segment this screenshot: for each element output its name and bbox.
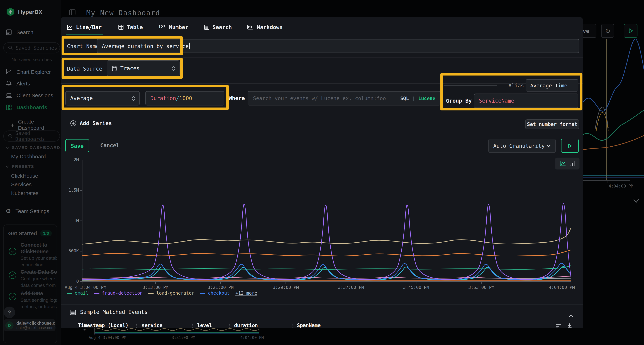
legend-more-link[interactable]: +12 more	[236, 291, 257, 296]
section-presets[interactable]: PRESETS	[5, 164, 34, 169]
laptop-icon	[6, 93, 12, 98]
sidebar-item-label: Team Settings	[16, 208, 49, 214]
column-separator[interactable]	[292, 323, 292, 328]
tab-search[interactable]: Search	[204, 20, 232, 34]
mini-axis-label: 4:04:00 PM	[240, 335, 264, 340]
tab-number[interactable]: 123 Number	[158, 20, 188, 34]
tab-markdown[interactable]: Markdown	[248, 20, 283, 34]
column-separator[interactable]	[229, 323, 230, 328]
legend-label: email	[75, 291, 88, 296]
list-icon	[70, 309, 76, 315]
column-header[interactable]: service	[142, 323, 162, 328]
avatar: D	[5, 321, 14, 330]
chevron-down-icon	[546, 144, 551, 147]
chart-legend: emailfraud-detectionload-generatorchecko…	[67, 291, 257, 296]
column-header[interactable]: SpanName	[297, 323, 321, 328]
column-header[interactable]: Timestamp (Local)	[78, 323, 128, 328]
group-by-input[interactable]: ServiceName	[474, 93, 578, 108]
tab-line-bar[interactable]: Line/Bar	[66, 20, 102, 34]
check-circle-icon	[8, 271, 16, 279]
collapse-section-icon[interactable]	[569, 311, 573, 319]
sidebar-item-dashboards[interactable]: Dashboards	[0, 101, 61, 113]
field-expression-input[interactable]: Duration/1000	[146, 91, 224, 105]
lang-sql-toggle[interactable]: SQL	[400, 95, 409, 101]
where-label: Where	[229, 95, 245, 101]
sidebar-divider	[0, 116, 61, 116]
sidebar-item-search[interactable]: Search	[0, 26, 61, 38]
x-axis-tick-label: 4:04:00 PM	[549, 285, 575, 290]
sidebar-item-label: Alerts	[16, 80, 30, 86]
get-started-item-desc: metrics, or traces	[20, 303, 57, 310]
sidebar-collapse-icon[interactable]	[69, 9, 76, 17]
sidebar-item-client-sessions[interactable]: Client Sessions	[0, 89, 61, 101]
alias-label: Alias	[508, 82, 524, 88]
tabs-divider	[61, 34, 583, 34]
run-chart-button[interactable]	[561, 139, 579, 153]
section-saved-dashboards[interactable]: SAVED DASHBOARDS	[5, 145, 61, 150]
sidebar-item-services[interactable]: Services	[11, 181, 32, 188]
column-header[interactable]: level	[197, 323, 212, 328]
column-separator[interactable]	[136, 323, 137, 328]
mini-axis-label: Aug 4 3:04:00 PM	[89, 335, 126, 340]
alias-input[interactable]: Average Time	[526, 79, 578, 91]
page-title: My New Dashboard	[86, 8, 160, 17]
legend-label: fraud-detection	[102, 291, 143, 296]
chevron-down-icon	[5, 165, 9, 168]
legend-item[interactable]: email	[67, 291, 88, 296]
legend-item[interactable]: fraud-detection	[94, 291, 143, 296]
legend-item[interactable]: checkout	[200, 291, 230, 296]
granularity-select[interactable]: Auto Granularity	[488, 139, 556, 153]
save-button[interactable]: Save	[65, 139, 89, 152]
chart-name-label: Chart Name	[67, 43, 99, 49]
select-chevrons-icon	[172, 66, 179, 71]
create-dashboard-button[interactable]: + Create Dashboard	[0, 119, 61, 130]
field-expression-part: /	[176, 95, 179, 101]
column-separator[interactable]	[192, 323, 193, 328]
set-number-format-button[interactable]: Set number format	[525, 119, 579, 129]
sidebar-item-chart-explorer[interactable]: Chart Explorer	[0, 66, 61, 78]
get-started-item[interactable]: Create Data SourceConfigure where yourda…	[8, 269, 57, 289]
sidebar-item-alerts[interactable]: Alerts	[0, 78, 61, 89]
aggregation-select[interactable]: Average	[65, 91, 140, 105]
y-axis-tick-label: 2M	[61, 157, 79, 162]
document-icon	[6, 29, 12, 35]
lang-lucene-toggle[interactable]: Lucene	[418, 95, 435, 101]
lang-separator: |	[412, 95, 415, 101]
x-axis-tick-label: Aug 4 3:04:00 PM	[65, 285, 106, 290]
saved-dashboards-input[interactable]: Saved Dashboards	[3, 130, 60, 142]
chart-name-input[interactable]: Average duration by service	[97, 39, 579, 53]
y-axis-tick-label: 1.5M	[61, 188, 79, 193]
list-icon	[204, 24, 209, 30]
timeseries-chart[interactable]	[79, 158, 574, 290]
add-series-button[interactable]: Add Series	[70, 120, 112, 126]
number-123-icon: 123	[158, 25, 166, 29]
cancel-button[interactable]: Cancel	[100, 142, 120, 149]
help-button[interactable]: ?	[4, 307, 15, 318]
column-header[interactable]: duration	[234, 323, 258, 328]
circle-plus-icon	[70, 120, 76, 126]
scroll-down-icon[interactable]	[633, 197, 639, 204]
sidebar-item-my-dashboard[interactable]: My Dashboard	[11, 154, 46, 160]
get-started-item-desc: Configure where your	[20, 276, 57, 282]
get-started-item[interactable]: Connect toClickHouseSet up your database…	[8, 242, 57, 268]
user-menu[interactable]: D dale@clickhouse.c dale@clickhouse.com'…	[4, 319, 56, 331]
sidebar-item-label: Chart Explorer	[16, 69, 51, 75]
chart-editor-modal: Line/Bar Table 123 Number Search Markdow…	[61, 17, 583, 328]
data-source-select[interactable]: Traces	[107, 60, 180, 76]
tab-table[interactable]: Table	[118, 20, 143, 34]
sidebar-item-clickhouse[interactable]: ClickHouse	[11, 173, 38, 179]
sidebar-item-team-settings[interactable]: ⚙ Team Settings	[0, 205, 61, 217]
x-axis-tick-label: 3:29:00 PM	[273, 285, 299, 290]
sidebar-item-kubernetes[interactable]: Kubernetes	[11, 190, 38, 196]
create-dashboard-label: Create Dashboard	[18, 119, 61, 131]
legend-item[interactable]: load-generator	[148, 291, 194, 296]
get-started-item[interactable]: Add DataStart sending logs,metrics, or t…	[8, 290, 57, 310]
legend-dash-icon	[67, 293, 72, 294]
saved-searches-input[interactable]: Saved Searches	[3, 42, 60, 53]
row-divider	[61, 83, 583, 84]
where-search-input[interactable]: Search your events w/ Lucene ex. column:…	[248, 91, 440, 105]
get-started-item-title: ClickHouse	[20, 248, 57, 255]
download-icon[interactable]	[567, 322, 572, 330]
alias-connector-line	[444, 85, 497, 86]
sort-icon[interactable]	[556, 323, 561, 331]
